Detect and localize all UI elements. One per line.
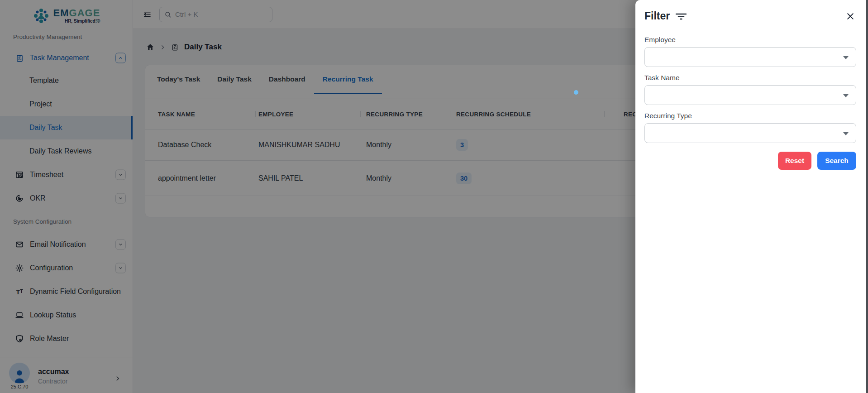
close-icon[interactable]	[844, 10, 856, 22]
recurring-type-label: Recurring Type	[644, 112, 856, 120]
recurring-type-select[interactable]	[644, 123, 856, 143]
filter-title: Filter	[644, 10, 670, 22]
caret-down-icon	[843, 56, 849, 59]
employee-label: Employee	[644, 36, 856, 44]
reset-button[interactable]: Reset	[778, 152, 811, 170]
task-name-label: Task Name	[644, 74, 856, 82]
employee-select[interactable]	[644, 47, 856, 67]
filter-drawer: Filter Employee Task Name Recurring Type…	[635, 0, 866, 393]
app-root: EMGAGE HR, Simplified!® Productivity Man…	[0, 0, 868, 393]
task-name-select[interactable]	[644, 85, 856, 105]
page-scrollbar[interactable]	[866, 0, 868, 393]
loading-dot	[574, 90, 578, 95]
caret-down-icon	[843, 132, 849, 135]
search-button[interactable]: Search	[817, 152, 856, 170]
caret-down-icon	[843, 94, 849, 97]
filter-icon	[675, 11, 687, 21]
